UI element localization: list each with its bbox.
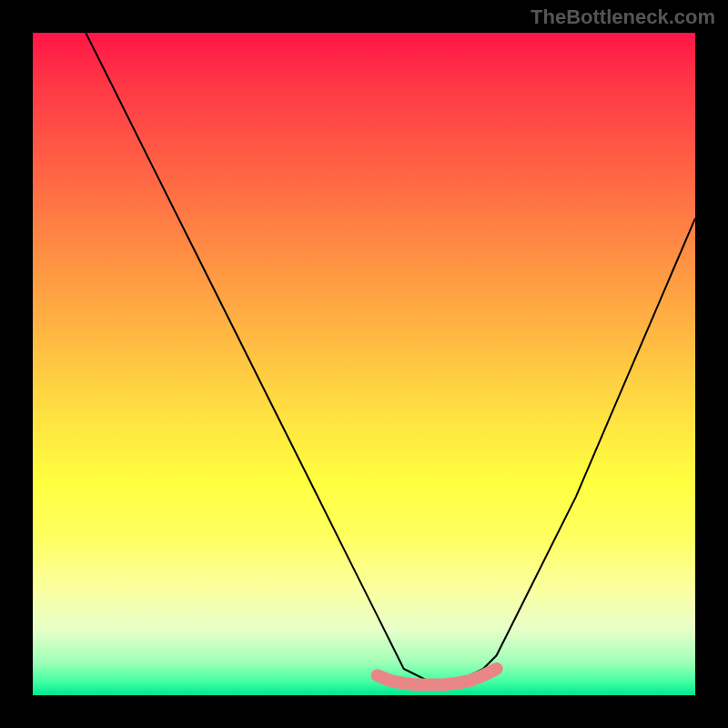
bottleneck-curve (86, 33, 695, 682)
watermark-text: TheBottleneck.com (531, 5, 715, 29)
chart-svg (33, 33, 695, 695)
marker-band (378, 669, 497, 685)
chart-container: TheBottleneck.com (0, 0, 728, 728)
plot-area (33, 33, 695, 695)
